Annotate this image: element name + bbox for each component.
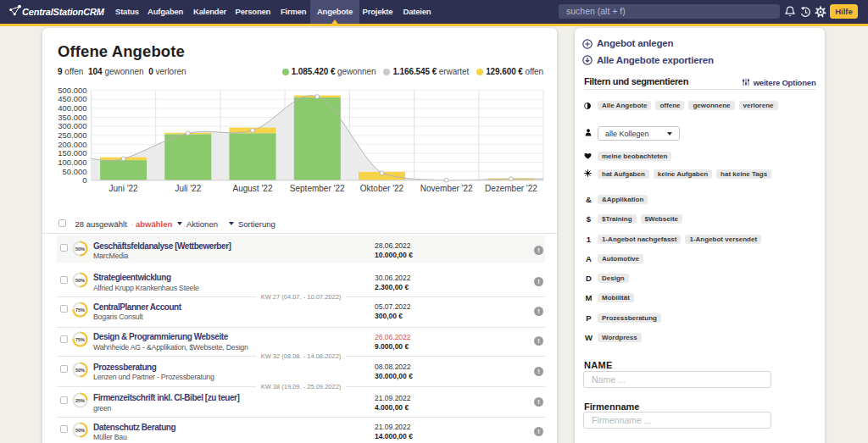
svg-text:September '22: September '22 [290,184,345,193]
svg-text:Oktober '22: Oktober '22 [360,184,404,193]
svg-text:450.000: 450.000 [58,94,86,103]
svg-text:Juli '22: Juli '22 [175,184,201,193]
svg-text:Juni '22: Juni '22 [109,184,139,193]
svg-text:Dezember '22: Dezember '22 [485,184,537,193]
svg-text:400.000: 400.000 [58,103,86,113]
svg-text:250.000: 250.000 [58,130,86,140]
svg-text:350.000: 350.000 [58,113,86,122]
svg-text:August '22: August '22 [233,184,273,193]
svg-text:500.000: 500.000 [58,86,86,95]
svg-text:50%: 50% [75,278,85,283]
svg-text:50.000: 50.000 [62,167,86,176]
svg-text:300.000: 300.000 [58,121,86,130]
svg-text:0: 0 [82,175,86,185]
svg-text:75%: 75% [75,307,85,312]
svg-text:50%: 50% [75,246,85,251]
svg-text:75%: 75% [75,337,85,342]
svg-text:50%: 50% [75,367,85,372]
svg-text:200.000: 200.000 [58,140,86,149]
svg-text:150.000: 150.000 [58,148,86,158]
svg-text:100.000: 100.000 [58,158,86,167]
svg-text:November '22: November '22 [420,184,473,193]
svg-text:25%: 25% [75,398,85,403]
svg-text:50%: 50% [75,427,85,432]
